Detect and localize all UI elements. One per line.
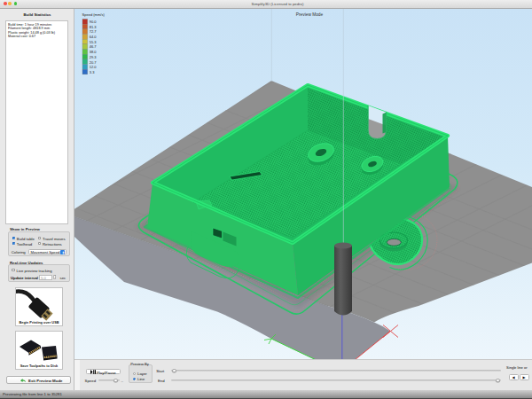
svg-text:46.7: 46.7 <box>90 44 98 49</box>
svg-text:12.0: 12.0 <box>90 65 98 69</box>
svg-text:55.3: 55.3 <box>90 40 98 44</box>
svg-text:29.3: 29.3 <box>90 55 98 59</box>
svg-text:64.0: 64.0 <box>90 35 98 39</box>
svg-text:20.7: 20.7 <box>90 60 98 65</box>
svg-text:38.0: 38.0 <box>90 50 98 54</box>
svg-text:Preview Mode: Preview Mode <box>296 12 324 17</box>
svg-text:90.0: 90.0 <box>90 20 98 24</box>
svg-text:3.3: 3.3 <box>90 70 95 74</box>
svg-text:Speed (mm/s): Speed (mm/s) <box>82 12 106 17</box>
svg-text:72.7: 72.7 <box>90 29 98 34</box>
svg-text:81.3: 81.3 <box>90 25 98 29</box>
